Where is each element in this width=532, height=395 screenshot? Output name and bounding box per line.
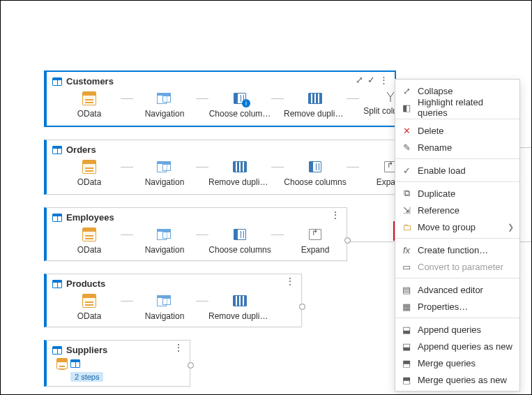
query-card-customers[interactable]: ⤢ ✓ ⋮ Customers OData Navigation iChoose… (44, 70, 396, 127)
menu-separator (395, 238, 519, 239)
menu-highlight-related[interactable]: ◧Highlight related queries (395, 99, 519, 116)
remove-duplicates-icon (233, 295, 247, 306)
more-icon[interactable]: ⋮ (329, 211, 342, 219)
menu-duplicate[interactable]: ⧉Duplicate (395, 185, 519, 202)
menu-move-to-group[interactable]: 🗀Move to group❯ (395, 218, 519, 235)
merge-new-icon: ⬒ (401, 374, 412, 385)
delete-icon: ✕ (401, 125, 412, 136)
steps-row: OData Navigation Remove duplicat… Choose… (47, 156, 395, 194)
output-port[interactable] (188, 362, 194, 368)
expand-icon (309, 229, 321, 240)
table-icon (70, 359, 80, 368)
rename-icon: ✎ (401, 142, 412, 153)
query-card-products[interactable]: ⋮ Products OData Navigation Remove dupli… (44, 274, 302, 327)
check-icon[interactable]: ✓ (367, 75, 375, 85)
query-title: Suppliers (66, 345, 107, 355)
merge-icon: ⬒ (401, 357, 412, 368)
navigation-icon (157, 161, 172, 172)
odata-icon (82, 294, 96, 308)
menu-create-function[interactable]: fxCreate function… (395, 241, 519, 258)
steps-row: OData Navigation iChoose colum… Remove d… (47, 88, 395, 126)
odata-icon (82, 160, 96, 174)
steps-row: OData Navigation Remove duplicat… (47, 290, 301, 327)
menu-merge-queries[interactable]: ⬒Merge queries (395, 355, 519, 371)
function-icon: fx (401, 244, 412, 255)
query-title: Products (66, 278, 105, 289)
svg-line-1 (387, 92, 390, 97)
folder-icon: 🗀 (401, 221, 412, 232)
step-navigation[interactable]: Navigation (133, 293, 196, 321)
output-port[interactable] (299, 304, 305, 310)
query-title: Employees (66, 212, 114, 223)
table-icon (52, 214, 62, 222)
parameter-icon: ▭ (401, 261, 412, 272)
more-icon[interactable]: ⋮ (379, 76, 389, 84)
choose-columns-icon (234, 229, 246, 240)
table-icon (52, 280, 62, 288)
menu-merge-queries-as-new[interactable]: ⬒Merge queries as new (395, 371, 519, 388)
menu-separator (395, 181, 519, 182)
step-choose-columns[interactable]: Choose columns (208, 227, 271, 255)
reference-icon: ⇲ (401, 204, 412, 216)
steps-row: OData Navigation Choose columns Expand (47, 224, 347, 260)
steps-count-badge: 2 steps (70, 372, 103, 382)
query-card-employees[interactable]: ⋮ Employees OData Navigation Choose colu… (44, 207, 347, 261)
table-icon (52, 146, 62, 154)
step-choose-columns[interactable]: Choose columns (284, 159, 347, 187)
step-remove-duplicates[interactable]: Remove duplicat… (208, 159, 271, 187)
menu-enable-load[interactable]: ✓Enable load (395, 162, 519, 179)
append-new-icon: ⬓ (401, 341, 412, 352)
step-remove-duplicates[interactable]: Remove duplicat… (284, 91, 347, 119)
menu-convert-to-parameter: ▭Convert to parameter (395, 258, 519, 275)
remove-duplicates-icon (233, 161, 247, 172)
menu-append-queries-as-new[interactable]: ⬓Append queries as new (395, 338, 519, 355)
menu-properties[interactable]: ▦Properties… (395, 298, 519, 315)
menu-advanced-editor[interactable]: ▤Advanced editor (395, 281, 519, 298)
menu-append-queries[interactable]: ⬓Append queries (395, 321, 519, 338)
check-icon: ✓ (401, 165, 412, 176)
navigation-icon (157, 295, 172, 306)
output-port[interactable] (344, 237, 351, 244)
editor-icon: ▤ (401, 284, 412, 295)
append-icon: ⬓ (401, 324, 412, 335)
svg-line-2 (390, 92, 394, 97)
more-icon[interactable]: ⋮ (284, 277, 297, 285)
menu-separator (395, 278, 519, 278)
more-icon[interactable]: ⋮ (172, 343, 185, 352)
odata-icon (82, 91, 96, 105)
properties-icon: ▦ (401, 301, 412, 312)
query-title: Customers (66, 76, 114, 87)
navigation-icon (157, 229, 172, 240)
step-choose-columns[interactable]: iChoose colum… (208, 91, 271, 119)
navigation-icon (157, 93, 172, 104)
step-navigation[interactable]: Navigation (133, 159, 196, 187)
step-odata[interactable]: OData (58, 293, 121, 321)
step-expand[interactable]: Expand (284, 227, 347, 255)
table-icon (52, 346, 62, 355)
highlight-icon: ◧ (401, 102, 412, 113)
collapse-icon: ⤢ (401, 85, 412, 96)
query-card-orders[interactable]: Orders OData Navigation Remove duplicat…… (44, 140, 396, 195)
menu-delete[interactable]: ✕Delete (395, 122, 519, 139)
step-remove-duplicates[interactable]: Remove duplicat… (208, 293, 271, 321)
choose-columns-icon (309, 161, 321, 172)
step-navigation[interactable]: Navigation (133, 91, 196, 119)
step-odata[interactable]: OData (58, 227, 121, 255)
menu-reference[interactable]: ⇲Reference (395, 202, 519, 218)
odata-icon (56, 358, 68, 369)
menu-rename[interactable]: ✎Rename (395, 139, 519, 156)
menu-separator (395, 119, 519, 119)
menu-separator (395, 318, 519, 318)
table-icon (52, 77, 62, 86)
remove-duplicates-icon (308, 93, 322, 104)
query-card-suppliers[interactable]: ⋮ Suppliers 2 steps (44, 340, 190, 387)
step-odata[interactable]: OData (58, 159, 121, 187)
collapse-icon[interactable]: ⤢ (356, 75, 363, 85)
info-badge-icon: i (242, 99, 250, 107)
steps-preview (47, 357, 190, 369)
step-odata[interactable]: OData (58, 91, 121, 119)
odata-icon (82, 228, 96, 241)
chevron-right-icon: ❯ (508, 223, 514, 232)
card-toolbar: ⤢ ✓ ⋮ (356, 75, 389, 85)
step-navigation[interactable]: Navigation (133, 227, 196, 255)
